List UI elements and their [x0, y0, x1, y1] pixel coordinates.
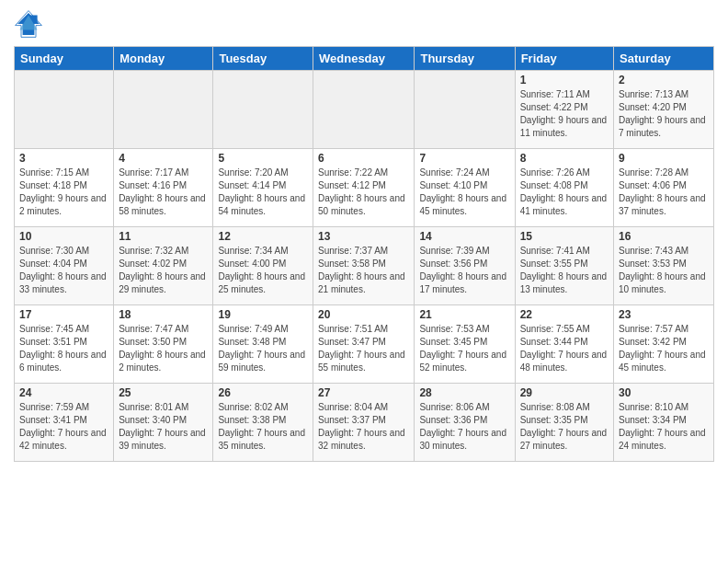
- day-number: 30: [619, 386, 709, 399]
- day-info: Sunrise: 7:34 AM Sunset: 4:00 PM Dayligh…: [218, 245, 308, 296]
- calendar-cell: [114, 71, 213, 149]
- day-info: Sunrise: 7:15 AM Sunset: 4:18 PM Dayligh…: [19, 167, 108, 218]
- calendar-cell: 20Sunrise: 7:51 AM Sunset: 3:47 PM Dayli…: [313, 305, 415, 384]
- day-info: Sunrise: 7:51 AM Sunset: 3:47 PM Dayligh…: [318, 323, 409, 374]
- day-info: Sunrise: 8:08 AM Sunset: 3:35 PM Dayligh…: [520, 401, 609, 453]
- day-number: 27: [318, 386, 409, 399]
- day-info: Sunrise: 7:37 AM Sunset: 3:58 PM Dayligh…: [318, 245, 409, 296]
- calendar-cell: 28Sunrise: 8:06 AM Sunset: 3:36 PM Dayli…: [415, 384, 515, 462]
- day-info: Sunrise: 8:10 AM Sunset: 3:34 PM Dayligh…: [619, 401, 709, 453]
- day-number: 17: [19, 308, 108, 321]
- day-info: Sunrise: 7:43 AM Sunset: 3:53 PM Dayligh…: [619, 245, 709, 296]
- calendar-cell: 18Sunrise: 7:47 AM Sunset: 3:50 PM Dayli…: [114, 305, 213, 384]
- day-info: Sunrise: 7:11 AM Sunset: 4:22 PM Dayligh…: [520, 88, 609, 140]
- day-info: Sunrise: 7:22 AM Sunset: 4:12 PM Dayligh…: [318, 167, 409, 218]
- calendar-cell: 15Sunrise: 7:41 AM Sunset: 3:55 PM Dayli…: [515, 227, 613, 305]
- day-number: 2: [619, 74, 709, 86]
- calendar-cell: 23Sunrise: 7:57 AM Sunset: 3:42 PM Dayli…: [614, 305, 714, 384]
- calendar-cell: 13Sunrise: 7:37 AM Sunset: 3:58 PM Dayli…: [313, 227, 415, 305]
- day-info: Sunrise: 7:24 AM Sunset: 4:10 PM Dayligh…: [419, 167, 509, 218]
- day-info: Sunrise: 7:28 AM Sunset: 4:06 PM Dayligh…: [619, 167, 709, 218]
- calendar-cell: 30Sunrise: 8:10 AM Sunset: 3:34 PM Dayli…: [614, 384, 714, 462]
- calendar-cell: [213, 71, 313, 149]
- calendar-cell: 5Sunrise: 7:20 AM Sunset: 4:14 PM Daylig…: [213, 149, 313, 227]
- calendar-day-header: Monday: [114, 47, 213, 71]
- day-info: Sunrise: 7:57 AM Sunset: 3:42 PM Dayligh…: [619, 323, 709, 374]
- calendar-cell: 9Sunrise: 7:28 AM Sunset: 4:06 PM Daylig…: [614, 149, 714, 227]
- day-number: 19: [218, 308, 308, 321]
- day-info: Sunrise: 7:13 AM Sunset: 4:20 PM Dayligh…: [619, 88, 709, 140]
- day-info: Sunrise: 8:06 AM Sunset: 3:36 PM Dayligh…: [419, 401, 509, 453]
- calendar-cell: 8Sunrise: 7:26 AM Sunset: 4:08 PM Daylig…: [515, 149, 613, 227]
- calendar-cell: [313, 71, 415, 149]
- calendar-day-header: Tuesday: [213, 47, 313, 71]
- calendar-cell: 19Sunrise: 7:49 AM Sunset: 3:48 PM Dayli…: [213, 305, 313, 384]
- day-info: Sunrise: 7:26 AM Sunset: 4:08 PM Dayligh…: [520, 167, 609, 218]
- calendar-header-row: SundayMondayTuesdayWednesdayThursdayFrid…: [15, 47, 714, 71]
- calendar-cell: [15, 71, 114, 149]
- day-number: 22: [520, 308, 609, 321]
- day-number: 26: [218, 386, 308, 399]
- calendar-table: SundayMondayTuesdayWednesdayThursdayFrid…: [14, 46, 714, 462]
- calendar-day-header: Friday: [515, 47, 613, 71]
- day-info: Sunrise: 7:32 AM Sunset: 4:02 PM Dayligh…: [119, 245, 208, 296]
- day-number: 15: [520, 230, 609, 243]
- calendar-cell: 27Sunrise: 8:04 AM Sunset: 3:37 PM Dayli…: [313, 384, 415, 462]
- logo-icon: [14, 9, 43, 39]
- calendar-cell: 1Sunrise: 7:11 AM Sunset: 4:22 PM Daylig…: [515, 71, 613, 149]
- day-info: Sunrise: 7:39 AM Sunset: 3:56 PM Dayligh…: [419, 245, 509, 296]
- day-number: 1: [520, 74, 609, 86]
- calendar-week-row: 3Sunrise: 7:15 AM Sunset: 4:18 PM Daylig…: [15, 149, 714, 227]
- day-number: 3: [19, 152, 108, 165]
- calendar-day-header: Sunday: [15, 47, 114, 71]
- calendar-week-row: 10Sunrise: 7:30 AM Sunset: 4:04 PM Dayli…: [15, 227, 714, 305]
- calendar-cell: 29Sunrise: 8:08 AM Sunset: 3:35 PM Dayli…: [515, 384, 613, 462]
- day-info: Sunrise: 7:45 AM Sunset: 3:51 PM Dayligh…: [19, 323, 108, 374]
- calendar-day-header: Thursday: [415, 47, 515, 71]
- day-info: Sunrise: 7:41 AM Sunset: 3:55 PM Dayligh…: [520, 245, 609, 296]
- calendar-day-header: Saturday: [614, 47, 714, 71]
- page-header: [14, 9, 714, 39]
- calendar-cell: 2Sunrise: 7:13 AM Sunset: 4:20 PM Daylig…: [614, 71, 714, 149]
- page-container: SundayMondayTuesdayWednesdayThursdayFrid…: [0, 0, 728, 471]
- calendar-cell: 10Sunrise: 7:30 AM Sunset: 4:04 PM Dayli…: [15, 227, 114, 305]
- day-number: 25: [119, 386, 208, 399]
- calendar-week-row: 1Sunrise: 7:11 AM Sunset: 4:22 PM Daylig…: [15, 71, 714, 149]
- calendar-cell: 25Sunrise: 8:01 AM Sunset: 3:40 PM Dayli…: [114, 384, 213, 462]
- calendar-cell: 11Sunrise: 7:32 AM Sunset: 4:02 PM Dayli…: [114, 227, 213, 305]
- calendar-cell: 21Sunrise: 7:53 AM Sunset: 3:45 PM Dayli…: [415, 305, 515, 384]
- day-number: 29: [520, 386, 609, 399]
- calendar-cell: 26Sunrise: 8:02 AM Sunset: 3:38 PM Dayli…: [213, 384, 313, 462]
- day-number: 8: [520, 152, 609, 165]
- day-info: Sunrise: 8:04 AM Sunset: 3:37 PM Dayligh…: [318, 401, 409, 453]
- calendar-cell: 14Sunrise: 7:39 AM Sunset: 3:56 PM Dayli…: [415, 227, 515, 305]
- day-info: Sunrise: 7:53 AM Sunset: 3:45 PM Dayligh…: [419, 323, 509, 374]
- calendar-cell: 22Sunrise: 7:55 AM Sunset: 3:44 PM Dayli…: [515, 305, 613, 384]
- day-number: 23: [619, 308, 709, 321]
- day-number: 24: [19, 386, 108, 399]
- day-info: Sunrise: 8:02 AM Sunset: 3:38 PM Dayligh…: [218, 401, 308, 453]
- calendar-cell: 6Sunrise: 7:22 AM Sunset: 4:12 PM Daylig…: [313, 149, 415, 227]
- day-info: Sunrise: 7:55 AM Sunset: 3:44 PM Dayligh…: [520, 323, 609, 374]
- calendar-day-header: Wednesday: [313, 47, 415, 71]
- day-number: 6: [318, 152, 409, 165]
- day-info: Sunrise: 8:01 AM Sunset: 3:40 PM Dayligh…: [119, 401, 208, 453]
- day-number: 13: [318, 230, 409, 243]
- day-info: Sunrise: 7:49 AM Sunset: 3:48 PM Dayligh…: [218, 323, 308, 374]
- day-number: 9: [619, 152, 709, 165]
- day-number: 20: [318, 308, 409, 321]
- day-number: 4: [119, 152, 208, 165]
- logo: [14, 9, 45, 39]
- day-info: Sunrise: 7:47 AM Sunset: 3:50 PM Dayligh…: [119, 323, 208, 374]
- calendar-cell: 24Sunrise: 7:59 AM Sunset: 3:41 PM Dayli…: [15, 384, 114, 462]
- calendar-week-row: 24Sunrise: 7:59 AM Sunset: 3:41 PM Dayli…: [15, 384, 714, 462]
- calendar-cell: 17Sunrise: 7:45 AM Sunset: 3:51 PM Dayli…: [15, 305, 114, 384]
- day-info: Sunrise: 7:17 AM Sunset: 4:16 PM Dayligh…: [119, 167, 208, 218]
- calendar-cell: 7Sunrise: 7:24 AM Sunset: 4:10 PM Daylig…: [415, 149, 515, 227]
- day-number: 18: [119, 308, 208, 321]
- calendar-cell: [415, 71, 515, 149]
- day-number: 21: [419, 308, 509, 321]
- day-number: 10: [19, 230, 108, 243]
- day-number: 11: [119, 230, 208, 243]
- day-number: 5: [218, 152, 308, 165]
